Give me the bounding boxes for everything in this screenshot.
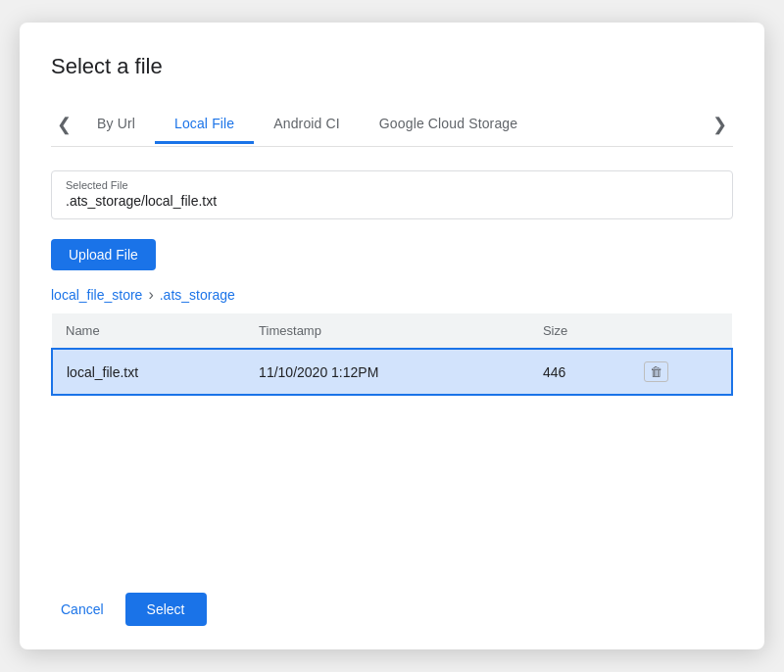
breadcrumb-root[interactable]: local_file_store [51,287,142,303]
table-row[interactable]: local_file.txt 11/10/2020 1:12PM 446 🗑 [52,349,732,395]
select-button[interactable]: Select [125,593,207,626]
tab-content: Selected File .ats_storage/local_file.tx… [51,147,733,561]
file-name: local_file.txt [52,349,245,395]
delete-file-button[interactable]: 🗑 [644,361,668,382]
tab-local-file[interactable]: Local File [155,106,254,144]
dialog-title: Select a file [51,54,733,79]
tabs-wrapper: ❮ By Url Local File Android CI Google Cl… [51,103,733,147]
tab-google-cloud-storage[interactable]: Google Cloud Storage [360,106,537,144]
selected-file-field: Selected File .ats_storage/local_file.tx… [51,170,733,219]
upload-file-button[interactable]: Upload File [51,239,156,270]
tab-prev-button[interactable]: ❮ [51,103,77,146]
delete-icon: 🗑 [650,364,662,379]
file-size: 446 [529,349,630,395]
file-select-dialog: Select a file ❮ By Url Local File Androi… [20,23,764,649]
file-actions: 🗑 [630,349,732,395]
col-actions [630,313,732,349]
tabs: By Url Local File Android CI Google Clou… [77,106,707,143]
dialog-footer: Cancel Select [51,561,733,626]
breadcrumb-current[interactable]: .ats_storage [160,287,235,303]
col-name: Name [52,313,245,349]
selected-file-value: .ats_storage/local_file.txt [66,193,718,209]
tab-android-ci[interactable]: Android CI [254,106,360,144]
tab-by-url[interactable]: By Url [77,106,155,144]
breadcrumb-separator: › [148,286,153,304]
col-timestamp: Timestamp [245,313,529,349]
file-timestamp: 11/10/2020 1:12PM [245,349,529,395]
col-size: Size [529,313,630,349]
cancel-button[interactable]: Cancel [51,594,114,625]
selected-file-label: Selected File [66,179,718,191]
breadcrumb: local_file_store › .ats_storage [51,286,733,304]
file-table: Name Timestamp Size local_file.txt 11/10… [51,313,733,396]
file-table-body: local_file.txt 11/10/2020 1:12PM 446 🗑 [52,349,732,395]
file-table-header: Name Timestamp Size [52,313,732,349]
tab-next-button[interactable]: ❯ [707,103,733,146]
